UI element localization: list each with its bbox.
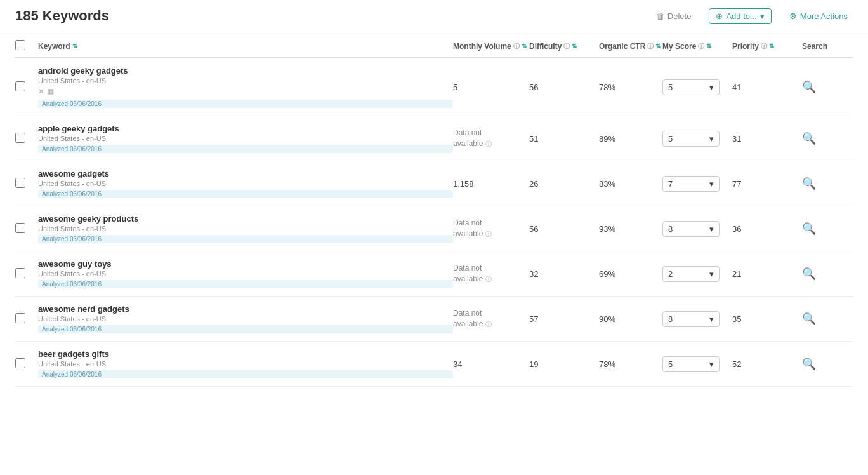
organic-ctr-cell: 78% — [599, 359, 662, 369]
keyword-cell: beer gadgets gifts United States - en-US… — [38, 349, 453, 378]
search-icon[interactable]: 🔍 — [802, 177, 816, 190]
keyword-name: awesome guy toys — [38, 259, 453, 269]
my-score-column-header[interactable]: My Score ⓘ ⇅ — [662, 42, 732, 51]
organic-ctr-value: 93% — [599, 224, 615, 234]
keyword-cell: awesome gadgets United States - en-US An… — [38, 169, 453, 198]
chevron-down-icon: ▾ — [709, 83, 714, 92]
difficulty-column-header[interactable]: Difficulty ⓘ ⇅ — [529, 42, 599, 51]
my-score-value: 7 — [668, 179, 673, 189]
keyword-badge: Analyzed 06/06/2016 — [38, 370, 453, 378]
sort-icon: ⇅ — [706, 43, 711, 50]
chart-keyword-icon[interactable]: ▦ — [47, 87, 54, 96]
my-score-select[interactable]: 5 ▾ — [662, 131, 720, 147]
row-checkbox[interactable] — [15, 313, 25, 323]
my-score-cell: 8 ▾ — [662, 311, 732, 327]
search-cell: 🔍 — [802, 222, 853, 236]
search-icon[interactable]: 🔍 — [802, 267, 816, 280]
difficulty-value: 32 — [529, 269, 538, 279]
chevron-down-icon: ▾ — [709, 314, 714, 324]
chevron-down-icon: ▾ — [709, 269, 714, 279]
organic-ctr-value: 69% — [599, 269, 615, 279]
priority-value: 31 — [732, 134, 741, 144]
priority-cell: 31 — [732, 134, 802, 144]
my-score-cell: 7 ▾ — [662, 176, 732, 192]
my-score-select[interactable]: 7 ▾ — [662, 176, 720, 192]
row-checkbox[interactable] — [15, 223, 25, 233]
keyword-name: awesome gadgets — [38, 169, 453, 178]
keyword-locale: United States - en-US — [38, 77, 453, 84]
priority-cell: 35 — [732, 314, 802, 324]
row-checkbox-cell — [15, 178, 38, 190]
keyword-locale: United States - en-US — [38, 135, 453, 142]
difficulty-value: 26 — [529, 179, 538, 189]
my-score-select[interactable]: 5 ▾ — [662, 356, 720, 372]
difficulty-cell: 19 — [529, 359, 599, 369]
my-score-select[interactable]: 2 ▾ — [662, 266, 720, 282]
search-icon[interactable]: 🔍 — [802, 312, 816, 325]
my-score-select[interactable]: 5 ▾ — [662, 79, 720, 95]
monthly-volume-column-header[interactable]: Monthly Volume ⓘ ⇅ — [453, 42, 529, 51]
priority-cell: 21 — [732, 269, 802, 279]
trash-icon: 🗑 — [656, 11, 664, 21]
my-score-select[interactable]: 8 ▾ — [662, 311, 720, 327]
row-checkbox-cell — [15, 81, 38, 93]
search-icon[interactable]: 🔍 — [802, 132, 816, 145]
search-icon[interactable]: 🔍 — [802, 222, 816, 235]
organic-ctr-cell: 83% — [599, 179, 662, 189]
my-score-cell: 2 ▾ — [662, 266, 732, 282]
row-checkbox-cell — [15, 268, 38, 280]
row-checkbox[interactable] — [15, 133, 25, 143]
sort-icon: ⇅ — [522, 43, 527, 50]
keyword-locale: United States - en-US — [38, 315, 453, 323]
my-score-value: 5 — [668, 359, 673, 369]
organic-ctr-cell: 78% — [599, 83, 662, 92]
keyword-cell: awesome geeky products United States - e… — [38, 214, 453, 243]
search-icon[interactable]: 🔍 — [802, 81, 816, 93]
keyword-action-icons: ✕ ▦ — [38, 87, 453, 96]
row-checkbox[interactable] — [15, 358, 25, 368]
add-to-button[interactable]: ⊕ Add to... ▾ — [709, 8, 771, 24]
sort-icon: ⇅ — [572, 43, 577, 50]
keyword-badge: Analyzed 06/06/2016 — [38, 235, 453, 243]
difficulty-cell: 51 — [529, 134, 599, 144]
my-score-select[interactable]: 8 ▾ — [662, 221, 720, 237]
my-score-cell: 5 ▾ — [662, 356, 732, 372]
keyword-locale: United States - en-US — [38, 360, 453, 368]
row-checkbox[interactable] — [15, 178, 25, 188]
row-checkbox[interactable] — [15, 81, 25, 91]
organic-ctr-value: 78% — [599, 83, 615, 92]
organic-ctr-cell: 69% — [599, 269, 662, 279]
select-all-checkbox[interactable] — [15, 40, 25, 50]
chevron-down-icon: ▾ — [709, 134, 714, 144]
info-icon: ⓘ — [698, 42, 704, 51]
info-icon: ⓘ — [761, 42, 767, 51]
organic-ctr-cell: 90% — [599, 314, 662, 324]
keyword-name: beer gadgets gifts — [38, 349, 453, 359]
row-checkbox-cell — [15, 133, 38, 145]
info-icon: ⓘ — [563, 42, 570, 51]
my-score-cell: 5 ▾ — [662, 79, 732, 95]
monthly-volume-value: 5 — [453, 83, 457, 92]
keyword-column-header[interactable]: Keyword ⇅ — [38, 42, 453, 51]
delete-button[interactable]: 🗑 Delete — [651, 9, 697, 23]
search-icon[interactable]: 🔍 — [802, 358, 816, 370]
priority-value: 52 — [732, 359, 741, 369]
chevron-down-icon: ▾ — [709, 179, 714, 189]
table-row: awesome gadgets United States - en-US An… — [15, 161, 853, 206]
select-all-checkbox-cell — [15, 40, 38, 52]
delete-keyword-icon[interactable]: ✕ — [38, 87, 44, 96]
organic-ctr-column-header[interactable]: Organic CTR ⓘ ⇅ — [599, 42, 662, 51]
keyword-name: android geeky gadgets — [38, 66, 453, 76]
keyword-locale: United States - en-US — [38, 270, 453, 278]
difficulty-value: 51 — [529, 134, 538, 144]
priority-cell: 36 — [732, 224, 802, 234]
header-actions: 🗑 Delete ⊕ Add to... ▾ ⚙ More Actions — [651, 8, 853, 24]
row-checkbox[interactable] — [15, 268, 25, 278]
table-row: android geeky gadgets United States - en… — [15, 58, 853, 116]
priority-column-header[interactable]: Priority ⓘ ⇅ — [732, 42, 802, 51]
chevron-down-icon: ▾ — [760, 11, 765, 21]
search-cell: 🔍 — [802, 80, 853, 94]
table-row: awesome nerd gadgets United States - en-… — [15, 297, 853, 342]
more-actions-button[interactable]: ⚙ More Actions — [784, 9, 853, 23]
my-score-value: 5 — [668, 134, 673, 144]
